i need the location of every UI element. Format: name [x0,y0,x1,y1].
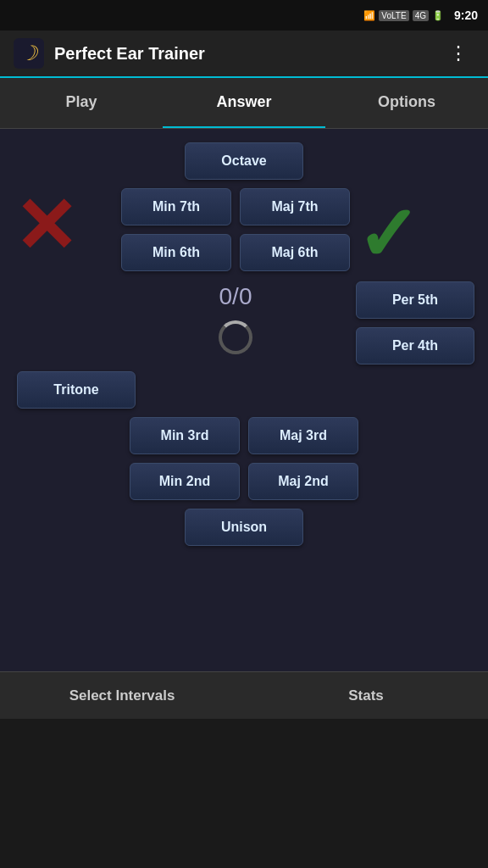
feedback-row: ✕ Min 7th Maj 7th Min 6th Maj 6th 0/0 ✓ … [14,188,474,368]
tritone-row: Tritone [14,371,474,409]
min6-button[interactable]: Min 6th [121,234,231,271]
status-bar: 📶 VoLTE 4G 🔋 9:20 [0,0,488,31]
maj2-button[interactable]: Maj 2nd [248,463,358,500]
lower-grid: Tritone Min 3rd Maj 3rd Min 2nd Maj 2nd … [14,371,474,546]
row-7th: Min 7th Maj 7th [121,188,350,225]
maj7-button[interactable]: Maj 7th [240,188,350,225]
min2-button[interactable]: Min 2nd [130,463,240,500]
per4-button[interactable]: Per 4th [356,327,474,364]
app-bar: ☽ Perfect Ear Trainer ⋮ [0,31,488,78]
center-column: Min 7th Maj 7th Min 6th Maj 6th 0/0 [121,188,350,368]
score-display: 0/0 [219,283,252,310]
maj3-button[interactable]: Maj 3rd [248,417,358,454]
volte-icon: VoLTE [379,10,408,21]
right-column: ✓ Per 5th Per 4th [356,188,474,364]
app-title: Perfect Ear Trainer [54,44,442,64]
select-intervals-tab[interactable]: Select Intervals [0,674,244,718]
wrong-mark-area: ✕ [14,188,115,264]
loading-spinner [219,320,252,354]
status-icons: 📶 VoLTE 4G 🔋 [363,10,444,21]
battery-icon: 🔋 [432,10,444,21]
app-logo: ☽ [14,38,44,69]
octave-button[interactable]: Octave [185,142,303,180]
stats-tab[interactable]: Stats [244,674,488,718]
wrong-mark: ✕ [14,184,77,269]
min7-button[interactable]: Min 7th [121,188,231,225]
row-2nd: Min 2nd Maj 2nd [130,463,358,500]
min3-button[interactable]: Min 3rd [130,417,240,454]
bottom-bar: Select Intervals Stats [0,671,488,719]
tritone-button[interactable]: Tritone [17,371,136,409]
correct-mark: ✓ [356,197,474,273]
status-time: 9:20 [454,8,478,22]
network-icon: 4G [413,10,429,21]
unison-row: Unison [185,509,303,546]
tab-options[interactable]: Options [325,78,488,128]
tab-answer[interactable]: Answer [163,78,325,128]
tab-play[interactable]: Play [0,78,163,128]
main-content: Octave ✕ Min 7th Maj 7th Min 6th Maj 6th… [0,129,488,671]
row-3rd: Min 3rd Maj 3rd [130,417,358,454]
row-6th: Min 6th Maj 6th [121,234,350,271]
signal-icon: 📶 [363,10,375,21]
overflow-menu-button[interactable]: ⋮ [442,39,474,68]
unison-button[interactable]: Unison [185,509,303,546]
tab-bar: Play Answer Options [0,78,488,129]
per5-button[interactable]: Per 5th [356,281,474,319]
top-row: Octave [14,142,474,180]
maj6-button[interactable]: Maj 6th [240,234,350,271]
